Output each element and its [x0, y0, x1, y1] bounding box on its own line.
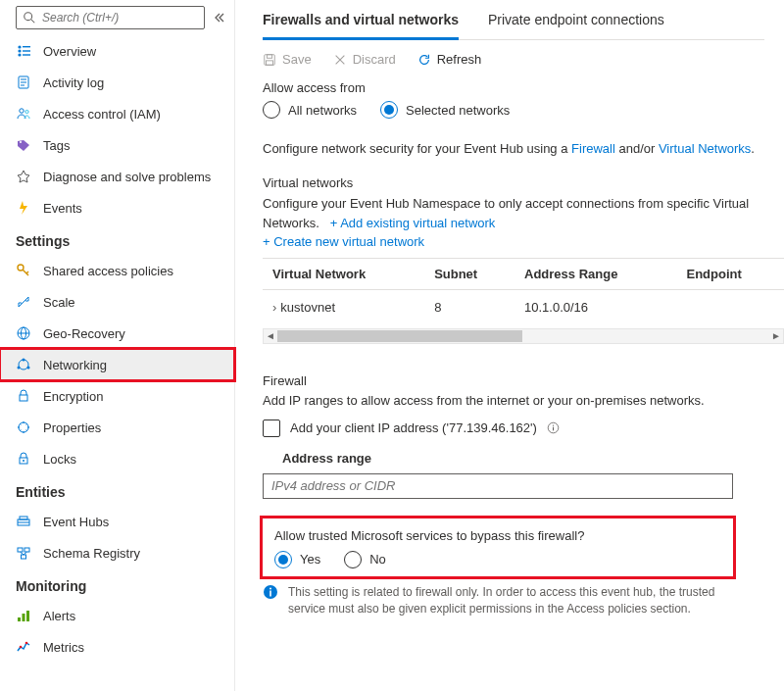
- save-button[interactable]: Save: [263, 52, 312, 67]
- svg-rect-35: [22, 555, 26, 559]
- sidebar-item-lock[interactable]: Encryption: [0, 380, 234, 412]
- svg-rect-44: [267, 54, 271, 58]
- vnet-desc: Configure your Event Hub Namespace to on…: [263, 194, 784, 252]
- alerts-icon: [16, 608, 31, 623]
- nav-group-header: Settings: [0, 223, 234, 255]
- svg-rect-39: [23, 614, 25, 621]
- discard-button[interactable]: Discard: [333, 52, 396, 67]
- discard-label: Discard: [353, 52, 396, 67]
- sidebar-item-label: Event Hubs: [43, 515, 109, 529]
- sidebar-item-events[interactable]: Events: [0, 192, 234, 223]
- svg-rect-45: [267, 60, 273, 64]
- sidebar-item-label: Geo-Recovery: [43, 326, 125, 341]
- radio-trusted-yes[interactable]: Yes: [274, 551, 320, 568]
- sidebar-item-label: Locks: [43, 452, 76, 467]
- sidebar-item-tags[interactable]: Tags: [0, 129, 234, 161]
- sidebar-item-alerts[interactable]: Alerts: [0, 600, 234, 631]
- nav-group-header: Monitoring: [0, 568, 234, 600]
- main-content: Firewalls and virtual networks Private e…: [235, 0, 784, 691]
- client-ip-label: Add your client IP address ('77.139.46.1…: [290, 420, 537, 435]
- firewall-doc-link[interactable]: Firewall: [571, 141, 615, 156]
- svg-line-1: [31, 20, 35, 24]
- geo-icon: [16, 325, 31, 341]
- sidebar-item-iam[interactable]: Access control (IAM): [0, 98, 234, 129]
- add-client-ip-checkbox[interactable]: [263, 420, 280, 437]
- vnet-table: Virtual Network Subnet Address Range End…: [263, 258, 784, 344]
- sidebar-item-scale[interactable]: Scale: [0, 286, 234, 318]
- create-new-vnet-link[interactable]: + Create new virtual network: [263, 234, 424, 249]
- save-label: Save: [282, 52, 312, 67]
- tabs: Firewalls and virtual networks Private e…: [263, 4, 764, 40]
- schema-icon: [16, 545, 31, 561]
- sidebar-item-activity[interactable]: Activity log: [0, 67, 234, 98]
- radio-selected-networks[interactable]: Selected networks: [380, 101, 510, 119]
- tab-private-endpoint[interactable]: Private endpoint connections: [488, 4, 664, 39]
- svg-point-13: [25, 110, 28, 113]
- sidebar-item-key[interactable]: Shared access policies: [0, 255, 234, 286]
- sidebar-item-geo[interactable]: Geo-Recovery: [0, 318, 234, 349]
- radio-label: All networks: [288, 103, 357, 118]
- sidebar-item-diagnose[interactable]: Diagnose and solve problems: [0, 161, 234, 192]
- svg-point-23: [23, 359, 25, 362]
- sidebar-item-label: Metrics: [43, 640, 84, 655]
- sidebar-item-eventhubs[interactable]: Event Hubs: [0, 506, 234, 537]
- svg-rect-38: [18, 617, 21, 621]
- sidebar-item-label: Diagnose and solve problems: [43, 170, 211, 184]
- svg-rect-7: [23, 54, 30, 55]
- sidebar-item-label: Networking: [43, 358, 107, 372]
- horizontal-scrollbar[interactable]: ◄ ►: [263, 328, 784, 344]
- network-description: Configure network security for your Even…: [263, 140, 784, 158]
- col-endpoint: Endpoint: [676, 258, 784, 289]
- sidebar-search[interactable]: [16, 6, 205, 29]
- col-range: Address Range: [514, 258, 676, 289]
- sidebar-item-props[interactable]: Properties: [0, 412, 234, 443]
- svg-point-42: [25, 642, 28, 645]
- svg-line-18: [19, 297, 28, 307]
- table-row[interactable]: ›kustovnet 8 10.1.0.0/16: [263, 289, 784, 324]
- search-input[interactable]: [42, 11, 198, 25]
- radio-label: No: [369, 552, 386, 567]
- radio-icon: [344, 551, 362, 568]
- sidebar-item-overview[interactable]: Overview: [0, 35, 234, 67]
- svg-rect-3: [23, 46, 30, 47]
- trusted-question: Allow trusted Microsoft services to bypa…: [274, 528, 721, 543]
- sidebar-item-label: Overview: [43, 44, 96, 59]
- svg-rect-33: [18, 548, 23, 552]
- sidebar-item-label: Encryption: [43, 389, 103, 404]
- refresh-button[interactable]: Refresh: [417, 52, 482, 67]
- address-range-label: Address range: [282, 451, 784, 466]
- sidebar-item-metrics[interactable]: Metrics: [0, 631, 234, 663]
- sidebar-item-schema[interactable]: Schema Registry: [0, 537, 234, 568]
- collapse-sidebar-button[interactable]: [209, 8, 228, 27]
- events-icon: [16, 200, 31, 216]
- scroll-right-icon: ►: [769, 329, 783, 343]
- svg-rect-32: [20, 517, 27, 519]
- discard-icon: [333, 53, 347, 67]
- svg-point-52: [270, 587, 271, 589]
- radio-trusted-no[interactable]: No: [344, 551, 386, 568]
- radio-label: Selected networks: [406, 103, 510, 118]
- refresh-icon: [417, 53, 431, 67]
- sidebar-item-locks[interactable]: Locks: [0, 443, 234, 474]
- info-icon[interactable]: [547, 421, 560, 434]
- svg-point-14: [20, 141, 22, 143]
- vnet-doc-link[interactable]: Virtual Networks: [659, 141, 751, 156]
- lock-icon: [16, 388, 31, 404]
- props-icon: [16, 420, 31, 435]
- svg-point-12: [20, 109, 24, 113]
- sidebar-item-network[interactable]: Networking: [0, 349, 234, 380]
- radio-all-networks[interactable]: All networks: [263, 101, 357, 119]
- firewall-desc: Add IP ranges to allow access from the i…: [263, 392, 784, 410]
- add-existing-vnet-link[interactable]: + Add existing virtual network: [330, 216, 496, 230]
- svg-rect-53: [270, 590, 271, 596]
- svg-point-0: [24, 13, 32, 21]
- scroll-thumb[interactable]: [277, 330, 522, 342]
- svg-point-6: [18, 53, 21, 56]
- radio-icon: [274, 551, 292, 568]
- address-range-input[interactable]: [263, 473, 733, 499]
- svg-rect-34: [24, 548, 29, 552]
- tab-firewalls[interactable]: Firewalls and virtual networks: [263, 4, 459, 40]
- sidebar-item-label: Scale: [43, 295, 75, 310]
- save-icon: [263, 53, 276, 67]
- radio-icon: [380, 101, 398, 119]
